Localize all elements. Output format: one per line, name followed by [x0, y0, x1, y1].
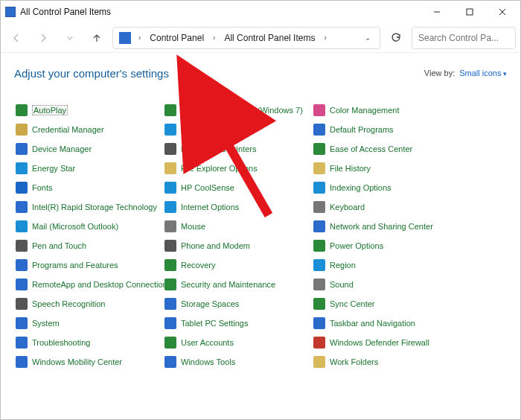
cpl-item-icon: [313, 162, 325, 174]
cpl-item[interactable]: Phone and Modem: [163, 238, 312, 254]
cpl-item[interactable]: File History: [312, 160, 476, 176]
cpl-item[interactable]: Storage Spaces: [163, 296, 312, 312]
cpl-item-label: Security and Maintenance: [181, 280, 275, 289]
cpl-item[interactable]: Pen and Touch: [14, 238, 163, 254]
cpl-item[interactable]: Taskbar and Navigation: [312, 315, 476, 331]
cpl-item[interactable]: Backup and Restore (Windows 7): [163, 102, 312, 118]
control-panel-icon: [5, 7, 16, 17]
cpl-item[interactable]: Region: [312, 257, 476, 273]
cpl-item[interactable]: Recovery: [163, 257, 312, 273]
cpl-item[interactable]: Ease of Access Center: [312, 141, 476, 157]
up-button[interactable]: [86, 27, 108, 49]
minimize-button[interactable]: [421, 1, 453, 22]
forward-button[interactable]: [32, 27, 54, 49]
cpl-item[interactable]: Work Folders: [312, 354, 476, 370]
cpl-item[interactable]: Tablet PC Settings: [163, 315, 312, 331]
cpl-item-label: File Explorer Options: [181, 164, 258, 173]
cpl-item-label: Device Manager: [32, 144, 92, 153]
cpl-item[interactable]: Device Manager: [14, 141, 163, 157]
cpl-item-label: Work Folders: [330, 357, 378, 366]
cpl-item-icon: [16, 337, 28, 349]
cpl-item-icon: [164, 143, 176, 155]
cpl-item-label: Devices and Printers: [181, 144, 257, 153]
cpl-item[interactable]: User Accounts: [163, 334, 312, 351]
search-input[interactable]: [418, 33, 509, 43]
cpl-item-label: Tablet PC Settings: [181, 319, 249, 328]
cpl-item-icon: [313, 279, 325, 290]
cpl-item[interactable]: Windows Tools: [163, 354, 312, 370]
cpl-item[interactable]: Color Management: [312, 102, 476, 118]
svg-rect-1: [467, 9, 473, 15]
breadcrumb-part[interactable]: Control Panel: [148, 33, 205, 43]
navbar: › Control Panel › All Control Panel Item…: [1, 23, 520, 53]
cpl-item[interactable]: Devices and Printers: [163, 141, 312, 157]
address-bar[interactable]: › Control Panel › All Control Panel Item…: [112, 27, 380, 49]
cpl-item[interactable]: Keyboard: [312, 199, 476, 215]
cpl-item[interactable]: Mouse: [163, 218, 312, 235]
cpl-item[interactable]: Network and Sharing Center: [312, 218, 476, 235]
cpl-item[interactable]: Security and Maintenance: [163, 276, 312, 293]
cpl-item[interactable]: Sync Center: [312, 296, 476, 312]
cpl-item-label: Region: [330, 261, 356, 270]
refresh-button[interactable]: [385, 27, 407, 49]
cpl-item-label: Internet Options: [181, 203, 239, 211]
cpl-item-label: Sync Center: [330, 299, 375, 308]
cpl-item[interactable]: Internet Options: [163, 199, 312, 215]
cpl-item-label: Power Options: [330, 241, 383, 250]
address-icon: [119, 32, 131, 44]
cpl-item[interactable]: Speech Recognition: [14, 296, 163, 312]
recent-dropdown[interactable]: [59, 27, 81, 49]
cpl-item-label: Mouse: [181, 222, 205, 231]
view-by-dropdown[interactable]: Small icons: [459, 69, 507, 77]
cpl-item-icon: [313, 201, 325, 213]
cpl-item[interactable]: Sound: [312, 276, 476, 293]
cpl-item-icon: [164, 124, 176, 136]
cpl-item-icon: [16, 298, 28, 310]
cpl-item-label: System: [32, 319, 60, 328]
breadcrumb-part[interactable]: All Control Panel Items: [223, 33, 316, 43]
cpl-item-icon: [164, 182, 176, 194]
cpl-item[interactable]: System: [14, 315, 163, 331]
cpl-item-icon: [164, 162, 176, 174]
cpl-item[interactable]: Energy Star: [14, 160, 163, 176]
cpl-item-icon: [16, 317, 28, 329]
cpl-item-label: Taskbar and Navigation: [330, 319, 415, 328]
cpl-item[interactable]: Fonts: [14, 179, 163, 196]
cpl-item[interactable]: Mail (Microsoft Outlook): [14, 218, 163, 235]
window-controls: [421, 1, 519, 22]
cpl-item-label: Phone and Modem: [181, 241, 250, 250]
cpl-item[interactable]: AutoPlay: [14, 102, 163, 118]
maximize-button[interactable]: [453, 1, 486, 22]
cpl-item[interactable]: Date and Time: [163, 121, 312, 138]
close-button[interactable]: [486, 1, 519, 22]
cpl-item[interactable]: File Explorer Options: [163, 160, 312, 176]
cpl-item[interactable]: Troubleshooting: [14, 334, 163, 351]
cpl-item[interactable]: Indexing Options: [312, 179, 476, 196]
back-button[interactable]: [5, 27, 28, 49]
cpl-item[interactable]: Credential Manager: [14, 121, 163, 138]
cpl-item-icon: [16, 182, 28, 194]
cpl-item-icon: [164, 337, 176, 349]
search-box[interactable]: [412, 27, 516, 49]
cpl-item[interactable]: Programs and Features: [14, 257, 163, 273]
cpl-item[interactable]: Windows Mobility Center: [14, 354, 163, 370]
cpl-item-icon: [16, 201, 28, 213]
cpl-item-label: RemoteApp and Desktop Connections: [32, 280, 171, 289]
heading-row: Adjust your computer's settings View by:…: [1, 53, 520, 89]
cpl-item[interactable]: Default Programs: [312, 121, 476, 138]
address-dropdown-icon[interactable]: ⌄: [365, 34, 374, 42]
breadcrumb-sep-icon: ›: [135, 34, 144, 42]
cpl-item[interactable]: Windows Defender Firewall: [312, 334, 476, 351]
cpl-item-label: Ease of Access Center: [330, 144, 412, 153]
cpl-item-label: Energy Star: [32, 164, 75, 173]
items-grid: AutoPlayBackup and Restore (Windows 7)Co…: [14, 102, 514, 370]
cpl-item[interactable]: Power Options: [312, 238, 476, 254]
cpl-item-icon: [16, 279, 28, 290]
cpl-item-label: Windows Mobility Center: [32, 357, 122, 366]
cpl-item[interactable]: Intel(R) Rapid Storage Technology: [14, 199, 163, 215]
cpl-item-icon: [313, 124, 325, 136]
cpl-item-icon: [313, 317, 325, 329]
cpl-item-icon: [16, 162, 28, 174]
cpl-item[interactable]: HP CoolSense: [163, 179, 312, 196]
cpl-item[interactable]: RemoteApp and Desktop Connections: [14, 276, 163, 293]
